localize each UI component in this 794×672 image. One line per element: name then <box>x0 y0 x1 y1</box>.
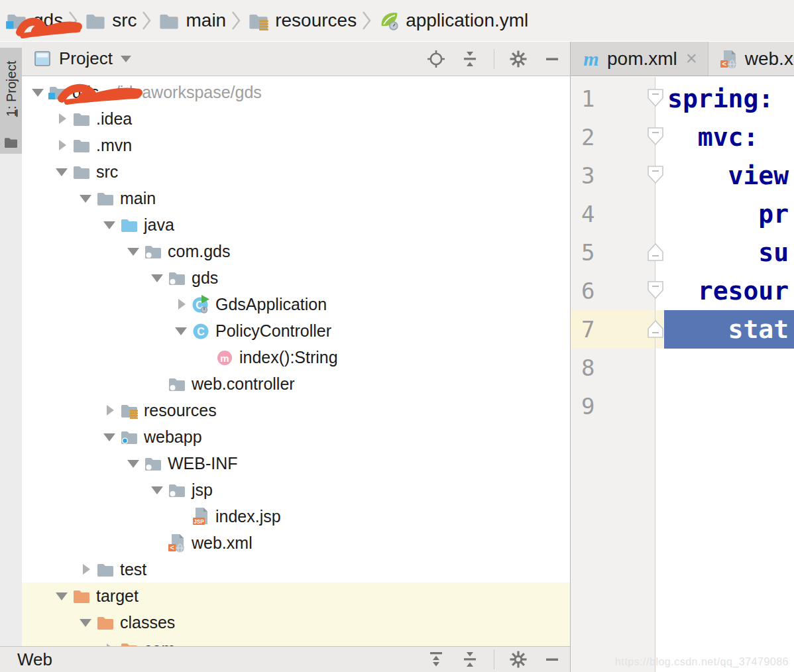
breadcrumb-item-gds[interactable]: gds <box>5 9 63 32</box>
hide-icon[interactable] <box>542 649 562 669</box>
editor-tab-pom-xml[interactable]: mpom.xml× <box>571 42 709 76</box>
editor-code[interactable]: spring: mvc: view pr su resour stat <box>656 77 794 672</box>
tree-row--mvn[interactable]: .mvn <box>22 132 570 158</box>
hide-icon[interactable] <box>542 49 562 69</box>
tree-node-label: web.xml <box>192 533 253 553</box>
chevron-collapsed-icon[interactable] <box>99 402 119 419</box>
chevron-expanded-icon[interactable] <box>52 163 72 180</box>
toolbar-separator <box>494 49 494 69</box>
chevron-expanded-icon[interactable] <box>28 84 48 101</box>
svg-text:JSP: JSP <box>194 519 204 525</box>
folder-package-icon <box>167 268 187 288</box>
chevron-expanded-icon[interactable] <box>123 455 143 472</box>
code-line-3[interactable]: view <box>656 156 794 195</box>
breadcrumb-item-src[interactable]: src <box>84 9 137 32</box>
web-toolbar <box>412 649 562 669</box>
chevron-expanded-icon[interactable] <box>147 269 167 286</box>
tree-row-classes[interactable]: classes <box>22 609 570 636</box>
code-line-8[interactable] <box>656 349 794 387</box>
tree-row-resources[interactable]: resources <box>22 397 570 423</box>
tree-node-label: resources <box>144 401 217 420</box>
svg-text:C: C <box>197 326 205 337</box>
tool-window-tab-project[interactable]: 1: Project <box>0 48 22 154</box>
code-line-1[interactable]: spring: <box>656 80 794 118</box>
project-tool-icon <box>34 50 52 68</box>
project-tree: gds~/ideaworkspase/gds .idea.mvnsrcmainj… <box>22 77 570 646</box>
tree-node-label: test <box>120 560 146 579</box>
code-line-9[interactable] <box>656 387 794 425</box>
breadcrumb-item-resources[interactable]: resources <box>247 9 357 32</box>
breadcrumb-item-application-yml[interactable]: application.yml <box>378 9 528 32</box>
code-line-2[interactable]: mvc: <box>656 118 794 156</box>
folder-package-icon <box>143 453 163 473</box>
fold-marker-icon[interactable] <box>647 242 665 262</box>
tree-row-policycontroller[interactable]: CPolicyController <box>22 317 570 344</box>
tree-row-web-xml[interactable]: <web.xml <box>22 530 570 556</box>
tree-row-com[interactable]: com <box>22 636 570 646</box>
fold-marker-icon[interactable] <box>647 127 665 147</box>
tree-row-gds[interactable]: gds~/ideaworkspase/gds <box>22 79 570 105</box>
breadcrumb-item-main[interactable]: main <box>158 9 226 32</box>
tree-row-index-jsp[interactable]: JSPindex.jsp <box>22 503 570 530</box>
fold-marker-icon[interactable] <box>647 280 665 301</box>
tree-row-web-inf[interactable]: WEB-INF <box>22 450 570 476</box>
chevron-expanded-icon[interactable] <box>171 322 191 339</box>
folder-sources-icon <box>119 215 139 235</box>
tree-node-label: PolicyController <box>215 321 331 341</box>
expand-all-icon[interactable] <box>426 649 446 669</box>
tree-row-target[interactable]: target <box>22 583 570 609</box>
tree-row-jsp[interactable]: jsp <box>22 476 570 503</box>
folder-excluded-icon <box>72 586 91 606</box>
tree-row-gdsapplication[interactable]: CGdsApplication <box>22 291 570 317</box>
tree-row--idea[interactable]: .idea <box>22 105 570 132</box>
chevron-collapsed-icon[interactable] <box>99 640 119 646</box>
line-number: 2 <box>571 118 655 156</box>
code-line-7[interactable]: stat <box>656 310 794 349</box>
chevron-collapsed-icon[interactable] <box>52 110 72 127</box>
chevron-collapsed-icon[interactable] <box>76 561 95 578</box>
tree-row-index-string[interactable]: mindex():String <box>22 344 570 370</box>
chevron-expanded-icon[interactable] <box>147 481 167 498</box>
chevron-down-icon[interactable] <box>121 56 131 62</box>
chevron-expanded-icon[interactable] <box>76 190 95 207</box>
chevron-collapsed-icon[interactable] <box>52 137 72 154</box>
svg-text:m: m <box>583 49 598 69</box>
fold-marker-icon[interactable] <box>647 165 665 186</box>
chevron-expanded-icon[interactable] <box>52 587 72 604</box>
fold-marker-icon[interactable] <box>647 319 665 339</box>
tree-row-java[interactable]: java <box>22 211 570 238</box>
locate-icon[interactable] <box>426 49 446 69</box>
breadcrumb-label: main <box>186 10 226 31</box>
tree-row-web-controller[interactable]: web.controller <box>22 370 570 397</box>
code-line-5[interactable]: su <box>656 233 794 272</box>
chevron-expanded-icon[interactable] <box>99 216 119 233</box>
tree-row-com-gds[interactable]: com.gds <box>22 238 570 264</box>
code-line-6[interactable]: resour <box>656 272 794 310</box>
method-icon: m <box>215 347 235 367</box>
tree-node-label: classes <box>120 613 175 632</box>
collapse-all-icon[interactable] <box>460 649 480 669</box>
project-folder-icon <box>4 136 18 149</box>
collapse-all-icon[interactable] <box>460 49 480 69</box>
xml-file-icon: < <box>719 49 739 69</box>
folder-package-icon <box>167 374 187 394</box>
chevron-expanded-icon[interactable] <box>76 614 95 631</box>
editor-tab-web-xml[interactable]: <web.xml <box>709 42 794 76</box>
tool-window-stripe: 1: Project <box>0 42 22 672</box>
tree-row-test[interactable]: test <box>22 556 570 583</box>
folder-project-icon <box>48 82 68 102</box>
tree-row-webapp[interactable]: webapp <box>22 423 570 450</box>
settings-icon[interactable] <box>508 649 528 669</box>
chevron-expanded-icon[interactable] <box>99 428 119 445</box>
settings-icon[interactable] <box>508 49 528 69</box>
chevron-expanded-icon[interactable] <box>123 243 143 260</box>
chevron-collapsed-icon[interactable] <box>171 296 191 313</box>
tree-row-src[interactable]: src <box>22 158 570 185</box>
tree-row-gds[interactable]: gds <box>22 264 570 291</box>
close-icon[interactable]: × <box>686 49 697 68</box>
folder-webapp-icon <box>119 427 139 447</box>
tree-row-main[interactable]: main <box>22 185 570 211</box>
fold-marker-icon[interactable] <box>647 88 665 109</box>
toolbar-separator <box>494 649 494 669</box>
code-line-4[interactable]: pr <box>656 195 794 233</box>
